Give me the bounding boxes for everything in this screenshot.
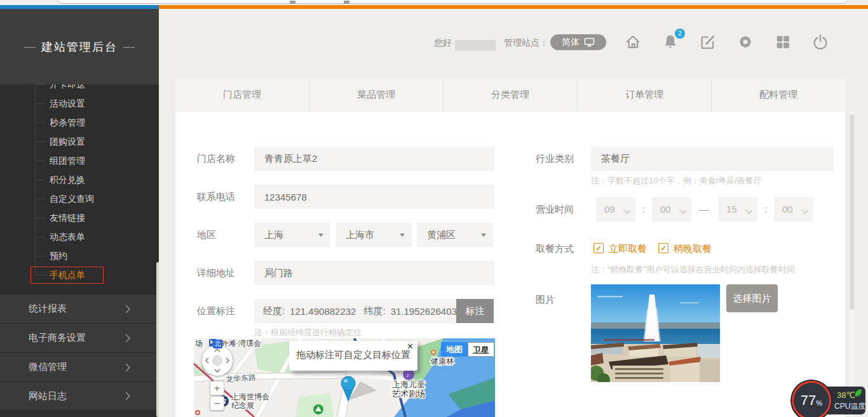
close-minute-select[interactable]: 00 — [774, 197, 813, 222]
location-note: 注：根据经纬度进行精确定位 — [254, 327, 362, 338]
tab-stores[interactable]: 门店管理 — [175, 77, 309, 112]
open-hour-value: 09 — [604, 204, 615, 215]
sidebar-item-activity[interactable]: 活动设置 — [50, 94, 85, 113]
chevron-right-icon — [125, 304, 131, 314]
logout-button[interactable] — [811, 33, 829, 51]
sidebar-item-group[interactable]: 组团管理 — [50, 151, 85, 170]
location-map[interactable]: ♪ 场 外滩·湾璞会 龙华东路 健康林 上海儿童 艺术剧场 — [194, 338, 495, 417]
sidebar-header: — 建站管理后台 — — [0, 9, 159, 84]
city-select[interactable]: 上海市 — [336, 223, 412, 247]
cpu-usage-circle: 77 % — [792, 381, 831, 417]
province-value: 上海 — [264, 229, 283, 240]
phone-input[interactable] — [254, 185, 494, 209]
choose-image-button[interactable]: 选择图片 — [726, 284, 778, 312]
coordinates-input[interactable]: 经度: 121.490882232 纬度: 31.1952626403 — [254, 299, 456, 323]
latitude-value: 31.1952626403 — [391, 306, 456, 317]
language-label: 简体 — [562, 37, 580, 48]
sidebar-item-custom-query[interactable]: 自定义查询 — [50, 189, 94, 208]
poi-dot — [196, 411, 200, 414]
sidebar-section-logs[interactable]: 网站日志 — [0, 381, 159, 411]
sidebar-item-forms[interactable]: 动态表单 — [50, 227, 85, 246]
map-mode-button[interactable]: 地图 — [441, 342, 468, 357]
compose-button[interactable] — [699, 33, 717, 51]
app-title: 建站管理后台 — [41, 39, 118, 55]
city-value: 上海市 — [346, 229, 374, 240]
tab-dishes[interactable]: 菜品管理 — [309, 77, 443, 112]
industry-input[interactable] — [591, 147, 834, 171]
open-minute-value: 00 — [660, 204, 671, 215]
language-switch-button[interactable]: 简体 — [550, 34, 606, 50]
home-icon — [624, 33, 642, 51]
chevron-right-icon — [125, 362, 131, 373]
time-colon: : — [642, 204, 645, 215]
image-label: 图片 — [536, 294, 555, 306]
chevron-down-icon — [679, 207, 686, 214]
cpu-percent-unit: % — [816, 399, 822, 407]
store-form-panel: 门店名称 联系电话 地区 上海 上海市 黄浦区 详细地址 位置标注 经度: — [175, 112, 845, 417]
sidebar-section-ecommerce[interactable]: 电子商务设置 — [0, 323, 159, 352]
address-bar-glyph — [344, 1, 349, 4]
cpu-temperature: 38℃ — [837, 390, 855, 400]
sidebar-item-groupbuy[interactable]: 团购设置 — [50, 132, 85, 151]
pickup-later-checkbox[interactable]: ✓ — [658, 243, 668, 253]
sidebar-scrollbar[interactable] — [156, 262, 159, 417]
chevron-right-icon — [125, 333, 131, 343]
mark-location-button[interactable]: 标注 — [456, 299, 494, 323]
home-button[interactable] — [624, 33, 642, 51]
open-hour-select[interactable]: 09 — [596, 197, 635, 222]
latitude-label: 纬度: — [363, 305, 385, 317]
gear-icon — [736, 33, 754, 51]
sidebar-item-seckill[interactable]: 秒杀管理 — [50, 113, 85, 132]
store-name-input[interactable] — [254, 147, 494, 171]
pickup-now-checkbox[interactable]: ✓ — [593, 243, 604, 253]
map-park-area — [295, 393, 334, 417]
close-minute-value: 00 — [782, 204, 793, 215]
museum-glyph — [224, 401, 226, 404]
page-scrollbar-thumb[interactable] — [850, 114, 854, 310]
tree-tick — [35, 218, 46, 218]
close-hour-select[interactable]: 15 — [718, 197, 757, 222]
browser-address-bar[interactable] — [57, 0, 848, 4]
sidebar-section-reports[interactable]: 统计报表 — [0, 294, 159, 323]
chevron-down-icon — [801, 207, 808, 214]
address-input[interactable] — [254, 261, 494, 285]
section-label: 电子商务设置 — [29, 332, 86, 344]
address-bar-glyph — [290, 1, 295, 4]
tab-categories[interactable]: 分类管理 — [443, 77, 577, 112]
zoom-out-button[interactable]: − — [210, 396, 224, 411]
satellite-mode-button[interactable]: 卫星 — [468, 342, 494, 357]
map-pan-control[interactable] — [202, 345, 233, 376]
monitor-icon — [584, 37, 595, 47]
tab-orders[interactable]: 订单管理 — [577, 77, 711, 112]
pickup-later-label[interactable]: 稍晚取餐 — [674, 243, 712, 255]
map-label-expo: 上海世博会 — [231, 392, 269, 401]
open-minute-select[interactable]: 00 — [652, 197, 691, 222]
zoom-in-button[interactable]: + — [210, 381, 224, 395]
close-icon[interactable]: × — [407, 341, 413, 352]
sidebar-item-links[interactable]: 友情链接 — [50, 208, 85, 227]
section-label: 网站日志 — [29, 390, 67, 402]
sidebar-item-booking[interactable]: 预约 — [50, 246, 67, 265]
settings-button[interactable] — [736, 33, 754, 51]
theater-glyph: ♪ — [406, 371, 409, 378]
sidebar-item-points[interactable]: 积分兑换 — [50, 170, 85, 189]
pan-knob[interactable] — [212, 355, 222, 366]
management-tabs: 门店管理 菜品管理 分类管理 订单管理 配料管理 — [175, 77, 845, 112]
sidebar-section-wechat[interactable]: 微信管理 — [0, 352, 159, 381]
browser-chrome-strip — [0, 0, 868, 5]
region-label: 地区 — [197, 229, 216, 241]
main-content: 您好 管理站点： 简体 2 — [159, 9, 868, 417]
pickup-now-label[interactable]: 立即取餐 — [609, 243, 647, 255]
map-label-theater: 艺术剧场 — [392, 389, 425, 399]
district-select[interactable]: 黄浦区 — [417, 223, 493, 247]
sidebar: 开卡即送 活动设置 秒杀管理 团购设置 组团管理 积分兑换 自定义查询 友情链接… — [0, 9, 159, 417]
district-value: 黄浦区 — [427, 229, 456, 240]
province-select[interactable]: 上海 — [254, 223, 330, 247]
phone-label: 联系电话 — [197, 191, 235, 203]
apps-button[interactable] — [774, 33, 792, 51]
chevron-down-icon — [745, 207, 752, 214]
tab-ingredients[interactable]: 配料管理 — [711, 77, 845, 112]
longitude-label: 经度: — [263, 305, 285, 317]
tree-tick — [35, 180, 46, 180]
leaf-icon — [854, 388, 863, 399]
